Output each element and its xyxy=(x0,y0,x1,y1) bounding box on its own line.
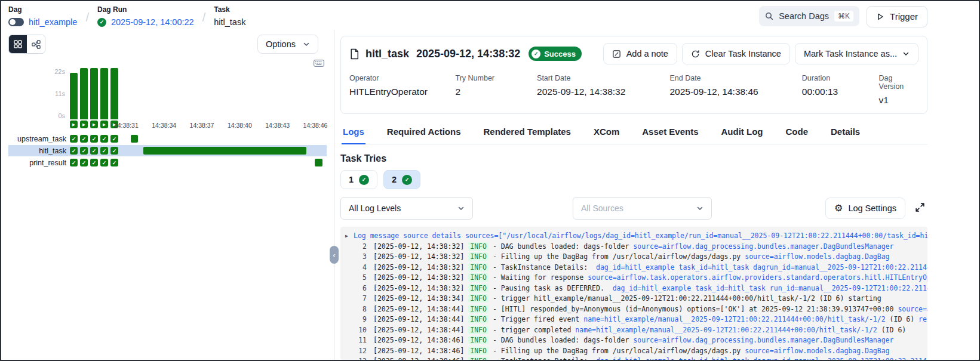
chevron-down-icon xyxy=(696,205,703,212)
log-content: [2025-09-12, 14:38:46] INFO - Filling up… xyxy=(373,346,890,357)
note-icon xyxy=(612,50,621,58)
tab-xcom[interactable]: XCom xyxy=(592,121,620,144)
task-success-icon[interactable]: ✓ xyxy=(110,159,118,166)
manual-run-icon[interactable]: ▶ xyxy=(100,121,108,128)
airflow-window: Dag hitl_example / Dag Run ✓ 2025-09-12,… xyxy=(0,0,980,361)
task-success-icon[interactable]: ✓ xyxy=(110,147,118,155)
log-text xyxy=(766,284,770,292)
gantt-bar[interactable] xyxy=(315,159,322,166)
log-line: 2[2025-09-12, 14:38:32] INFO - DAG bundl… xyxy=(345,242,923,252)
task-success-icon[interactable]: ✓ xyxy=(80,159,88,166)
log-link[interactable]: dagrun_id=manual__2025-09-12T21:00:22.21… xyxy=(753,357,927,360)
log-link[interactable]: dag_id=hitl_example xyxy=(596,357,675,360)
status-badge: ✓ Success xyxy=(529,47,582,61)
dag-name-link[interactable]: hitl_example xyxy=(29,17,77,27)
log-link[interactable]: task_id=hitl_task xyxy=(678,357,749,360)
options-button[interactable]: Options xyxy=(257,35,318,54)
task-row[interactable]: print_result✓✓✓✓✓ xyxy=(8,157,327,168)
tab-logs[interactable]: Logs xyxy=(342,121,365,144)
log-link[interactable]: source=airflow.task.operators.airflow.pr… xyxy=(588,273,927,282)
search-dags-button[interactable]: Search Dags ⌘K xyxy=(759,6,859,26)
log-settings-button[interactable]: ⚙ Log Settings xyxy=(825,198,905,219)
log-link[interactable]: source=airflow.models.dagbag.DagBag xyxy=(745,252,889,261)
dag-pause-toggle[interactable] xyxy=(8,18,24,26)
log-link[interactable]: source=airflow.dag_processing.bundles.ma… xyxy=(633,336,893,344)
log-link[interactable]: resu xyxy=(918,315,927,323)
trigger-button[interactable]: Trigger xyxy=(867,6,927,27)
log-line-number: 2 xyxy=(354,242,367,252)
task-success-icon[interactable]: ✓ xyxy=(100,135,108,143)
task-success-icon[interactable]: ✓ xyxy=(70,135,78,143)
log-text: - Trigger fired event xyxy=(489,315,583,323)
gantt-bar[interactable] xyxy=(143,147,306,155)
tab-asset-events[interactable]: Asset Events xyxy=(641,121,699,144)
log-levels-select[interactable]: All Log Levels xyxy=(340,197,473,220)
log-group-header[interactable]: ▶ Log message source details sources=["/… xyxy=(345,231,923,242)
task-row[interactable]: upstream_task✓✓✓✓✓ xyxy=(8,133,327,144)
meta-value: v1 xyxy=(879,95,918,106)
log-line-number: 8 xyxy=(354,304,367,315)
tab-details[interactable]: Details xyxy=(830,121,861,144)
task-success-icon[interactable]: ✓ xyxy=(80,147,88,155)
log-link[interactable]: task_id=hitl_task xyxy=(695,284,766,292)
log-link[interactable]: dag_id=hitl_example xyxy=(613,284,692,292)
mark-task-instance-label: Mark Task Instance as... xyxy=(804,49,897,58)
log-link[interactable]: name=hitl_example/manual__2025-09-12T21:… xyxy=(575,326,877,334)
log-viewer[interactable]: ▶ Log message source details sources=["/… xyxy=(340,227,927,360)
task-row[interactable]: hitl_task✓✓✓✓✓ xyxy=(8,145,327,156)
manual-run-icon[interactable]: ▶ xyxy=(70,121,78,128)
task-success-icon[interactable]: ✓ xyxy=(110,135,118,143)
log-gutter xyxy=(345,325,354,336)
log-text: (ID 6) xyxy=(886,315,918,323)
task-success-icon[interactable]: ✓ xyxy=(90,135,98,143)
task-success-icon[interactable]: ✓ xyxy=(70,159,78,166)
log-link[interactable]: source=airflow.models.dagbag.DagBag xyxy=(745,347,889,355)
log-link[interactable]: name=hitl_example/manual__2025-09-12T21:… xyxy=(583,315,885,323)
run-columns: ▶▶▶▶▶ xyxy=(70,68,122,129)
task-success-icon[interactable]: ✓ xyxy=(80,135,88,143)
run-duration-bar[interactable] xyxy=(90,68,98,119)
gantt-bar[interactable] xyxy=(131,135,139,143)
log-expand-caret-icon[interactable]: ▶ xyxy=(345,231,354,242)
manual-run-icon[interactable]: ▶ xyxy=(80,121,88,128)
log-link[interactable]: task_id=hitl_task xyxy=(678,263,749,271)
tab-rendered-templates[interactable]: Rendered Templates xyxy=(482,121,572,144)
task-success-icon[interactable]: ✓ xyxy=(70,147,78,155)
meta-label: Duration xyxy=(802,74,879,82)
run-duration-bar[interactable] xyxy=(110,68,118,119)
try-button-1[interactable]: 1✓ xyxy=(340,170,377,189)
log-content: [2025-09-12, 14:38:44] INFO - trigger co… xyxy=(373,325,906,336)
log-sources-select[interactable]: All Sources xyxy=(573,197,712,220)
log-link[interactable]: run_id=manual__2025-09-12T21:00:22.21144 xyxy=(770,284,927,292)
run-duration-bar[interactable] xyxy=(100,68,108,119)
add-note-button[interactable]: Add a note xyxy=(603,43,677,64)
try-button-2[interactable]: 2✓ xyxy=(383,170,420,189)
meta-row: OperatorHITLEntryOperatorTry Number2Star… xyxy=(349,74,918,106)
tab-code[interactable]: Code xyxy=(784,121,809,144)
run-duration-bar[interactable] xyxy=(80,68,88,119)
task-name-text: hitl_task xyxy=(214,17,245,27)
panel-collapse-handle[interactable]: ‹ xyxy=(330,246,339,264)
fullscreen-button[interactable] xyxy=(913,200,927,217)
task-success-icon[interactable]: ✓ xyxy=(100,147,108,155)
grid-view-button[interactable] xyxy=(9,35,27,53)
log-link[interactable]: source=airflow.dag_processing.bundles.ma… xyxy=(633,242,893,251)
task-success-icon[interactable]: ✓ xyxy=(90,147,98,155)
task-success-icon[interactable]: ✓ xyxy=(90,159,98,166)
chevron-down-icon xyxy=(303,41,310,48)
manual-run-icon[interactable]: ▶ xyxy=(90,121,98,128)
log-link[interactable]: source=ai xyxy=(898,305,927,313)
clear-task-instance-button[interactable]: Clear Task Instance xyxy=(682,43,790,64)
dag-run-link[interactable]: 2025-09-12, 14:00:22 xyxy=(111,17,194,27)
log-link[interactable]: dag_id=hitl_example xyxy=(596,263,675,271)
run-duration-bar[interactable] xyxy=(70,73,78,119)
tab-required-actions[interactable]: Required Actions xyxy=(386,121,462,144)
task-name: upstream_task xyxy=(8,135,70,143)
log-line: 4[2025-09-12, 14:38:32] INFO - TaskInsta… xyxy=(345,263,923,273)
log-level-badge: INFO xyxy=(468,336,489,344)
mark-task-instance-button[interactable]: Mark Task Instance as... xyxy=(795,43,918,64)
task-success-icon[interactable]: ✓ xyxy=(100,159,108,166)
graph-view-button[interactable] xyxy=(27,35,45,53)
tab-audit-log[interactable]: Audit Log xyxy=(720,121,764,144)
log-link[interactable]: dagrun_id=manual__2025-09-12T21:00:22.21… xyxy=(753,263,927,271)
